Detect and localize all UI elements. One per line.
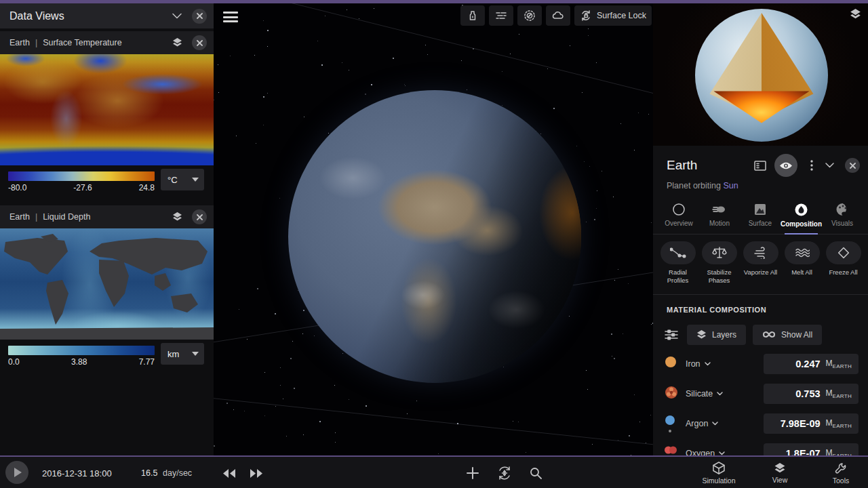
material-name-dropdown[interactable]: Argon	[686, 419, 718, 428]
chevron-down-icon[interactable]	[821, 157, 838, 174]
tab-surface[interactable]: Surface	[740, 199, 781, 234]
close-icon[interactable]	[192, 9, 207, 24]
view-header-surface-temperature: Earth|Surface Temperature	[0, 31, 214, 54]
liquid-gradient-bar	[8, 346, 155, 355]
reset-view-icon[interactable]	[494, 462, 515, 484]
stabilize-phases-icon	[712, 246, 727, 260]
scale-min: 0.0	[8, 357, 20, 367]
layers-icon[interactable]	[169, 35, 185, 50]
orbit-dial-icon[interactable]	[517, 5, 542, 26]
scale-mid: 3.88	[71, 357, 87, 367]
material-row-argon: Argon 7.98E-09 MEARTH	[653, 409, 868, 439]
chevron-down-icon	[712, 422, 718, 426]
data-views-panel: Data Views Earth|Surface Temperature	[0, 3, 214, 455]
scale-max: 24.8	[139, 183, 155, 192]
show-all-button[interactable]: Show All	[753, 325, 822, 345]
close-icon[interactable]	[845, 158, 860, 173]
material-value-field[interactable]: 0.753 MEARTH	[764, 384, 859, 404]
cloud-icon[interactable]	[546, 5, 570, 26]
tab-motion[interactable]: Motion	[699, 199, 740, 234]
tab-visuals[interactable]: Visuals	[822, 199, 863, 234]
unit-value: km	[167, 349, 179, 359]
space-viewport[interactable]: Surface Lock	[214, 3, 653, 455]
infinity-icon	[762, 331, 776, 338]
earth-night-shade	[288, 90, 581, 383]
motion-icon	[712, 203, 727, 216]
close-icon[interactable]	[192, 35, 207, 50]
accent-strip	[0, 0, 868, 3]
tab-composition[interactable]: Composition	[781, 199, 822, 234]
eye-icon[interactable]	[774, 154, 797, 177]
melt-icon	[795, 247, 810, 258]
composition-actions: Radial Profiles Stabilize Phases Vaporiz…	[653, 235, 868, 289]
view-layers-icon	[774, 463, 786, 474]
flashlight-icon[interactable]	[460, 5, 485, 26]
scale-max: 7.77	[139, 357, 155, 367]
material-name-dropdown[interactable]: Silicate	[686, 389, 723, 399]
search-icon[interactable]	[525, 462, 547, 484]
material-value-field[interactable]: 7.98E-09 MEARTH	[764, 413, 859, 434]
material-filter-row: Layers Show All	[653, 317, 868, 349]
radial-profiles-icon	[670, 247, 686, 259]
fast-forward-icon[interactable]	[245, 462, 267, 484]
earth-properties-panel: Earth Planet orbiting Sun Overview	[653, 3, 868, 455]
chevron-down-icon[interactable]	[169, 9, 185, 24]
kebab-menu-icon[interactable]	[803, 157, 821, 174]
sun-link[interactable]: Sun	[723, 181, 738, 190]
view-title: Earth|Surface Temperature	[9, 38, 163, 47]
layers-icon	[696, 330, 707, 340]
tab-overview[interactable]: Overview	[658, 199, 699, 234]
liquid-depth-map[interactable]	[0, 228, 214, 340]
unit-dropdown[interactable]: °C	[161, 169, 204, 190]
surface-temperature-map[interactable]	[0, 54, 214, 165]
stabilize-phases-button[interactable]: Stabilize Phases	[698, 241, 740, 285]
object-subtitle: Planet orbiting Sun	[653, 177, 868, 197]
data-rows-icon[interactable]	[489, 5, 513, 26]
view-title: Earth|Liquid Depth	[9, 212, 163, 222]
temperature-gradient-bar	[8, 171, 155, 181]
chevron-down-icon	[719, 451, 725, 455]
view-header-liquid-depth: Earth|Liquid Depth	[0, 205, 214, 228]
surface-icon	[753, 203, 767, 216]
layers-icon[interactable]	[169, 209, 185, 224]
object-header: Earth	[653, 146, 868, 177]
surface-lock-button[interactable]: Surface Lock	[574, 5, 652, 26]
scale-mid: -27.6	[73, 183, 92, 192]
vaporize-icon	[753, 247, 768, 259]
add-icon[interactable]	[462, 462, 484, 484]
continents-overlay	[0, 228, 214, 340]
close-icon[interactable]	[192, 209, 207, 224]
planet-cutaway-view[interactable]	[653, 3, 868, 146]
freeze-all-button[interactable]: Freeze All	[823, 241, 864, 285]
vaporize-all-button[interactable]: Vaporize All	[740, 241, 781, 285]
material-value-field[interactable]: 0.247 MEARTH	[764, 354, 859, 374]
app-window: Surface Lock Data Views Earth|Surface Te…	[0, 0, 868, 488]
hamburger-menu-icon[interactable]	[222, 9, 239, 24]
layers-button[interactable]: Layers	[687, 325, 746, 345]
tools-wrench-icon	[835, 462, 847, 474]
filter-sliders-icon[interactable]	[663, 326, 680, 344]
material-name-dropdown[interactable]: Iron	[686, 359, 711, 369]
unit-dropdown[interactable]: km	[161, 343, 204, 365]
view-menu-button[interactable]: View	[758, 457, 802, 488]
temperature-scale: -80.0 -27.6 24.8 °C	[0, 165, 214, 203]
simulation-cube-icon	[713, 462, 725, 474]
play-button[interactable]	[5, 461, 28, 484]
unit-value: °C	[167, 175, 178, 185]
properties-panel-icon[interactable]	[751, 157, 769, 174]
sim-speed-unit[interactable]: day/sec	[163, 457, 192, 488]
rewind-icon[interactable]	[218, 462, 240, 484]
simulation-menu-button[interactable]: Simulation	[697, 457, 741, 488]
main-menu: Simulation View Tools	[697, 457, 863, 488]
sim-datetime[interactable]: 2016-12-31 18:00	[42, 457, 112, 488]
radial-profiles-button[interactable]: Radial Profiles	[657, 241, 698, 285]
tools-menu-button[interactable]: Tools	[819, 457, 863, 488]
surface-lock-label: Surface Lock	[597, 11, 646, 20]
play-icon	[14, 468, 22, 477]
data-views-header: Data Views	[0, 3, 214, 28]
argon-icon	[664, 415, 677, 432]
chevron-down-icon	[192, 178, 199, 182]
sim-speed-value[interactable]: 16.5	[141, 457, 157, 488]
melt-all-button[interactable]: Melt All	[781, 241, 823, 285]
layers-icon[interactable]	[850, 9, 861, 22]
